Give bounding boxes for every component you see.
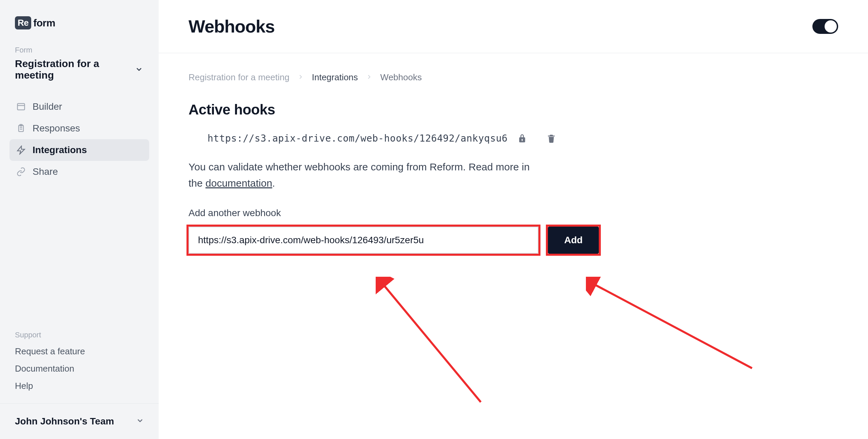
chevron-right-icon [366,73,372,82]
support-link-help[interactable]: Help [15,381,144,391]
clipboard-icon [16,124,26,133]
breadcrumb-mid[interactable]: Integrations [312,72,358,83]
webhook-url-input-wrap [189,227,538,254]
support-link-documentation[interactable]: Documentation [15,363,144,374]
hook-actions [517,133,556,144]
breadcrumb-root[interactable]: Registration for a meeting [189,72,290,83]
active-hooks-title: Active hooks [189,102,838,118]
add-button[interactable]: Add [548,227,599,254]
sidebar-item-label: Builder [33,101,62,112]
validate-suffix: . [272,177,275,189]
trash-icon[interactable] [546,133,556,144]
validate-text: You can validate whether webhooks are co… [189,159,541,191]
add-webhook-row: Add [189,227,838,254]
main: Webhooks Registration for a meeting Inte… [159,0,868,439]
sidebar-form-label: Form [0,46,159,58]
svg-rect-0 [18,104,25,110]
team-name: John Johnson's Team [15,416,114,427]
hook-url: https://s3.apix-drive.com/web-hooks/1264… [208,133,508,144]
support-block: Support Request a feature Documentation … [0,331,159,403]
webhook-url-input[interactable] [189,227,538,254]
sidebar-item-label: Share [33,166,58,177]
bolt-icon [16,145,26,155]
sidebar-item-share[interactable]: Share [9,161,149,183]
chevron-down-icon [134,65,144,74]
logo[interactable]: Reform [0,16,159,46]
support-label: Support [15,331,144,339]
add-button-wrap: Add [548,227,599,254]
content: Registration for a meeting Integrations … [159,53,868,273]
window-icon [16,102,26,111]
support-link-request-feature[interactable]: Request a feature [15,346,144,357]
annotation-arrow [586,277,755,372]
sidebar-item-label: Responses [33,123,80,134]
form-selector[interactable]: Registration for a meeting [0,58,159,96]
webhooks-toggle[interactable] [812,19,838,34]
documentation-link[interactable]: documentation [205,177,272,189]
page-title: Webhooks [189,16,275,37]
svg-line-7 [382,284,481,402]
sidebar-nav: Builder Responses Integrations Share [0,96,159,183]
sidebar-item-builder[interactable]: Builder [9,96,149,118]
sidebar-item-label: Integrations [33,145,87,155]
sidebar: Reform Form Registration for a meeting B… [0,0,159,439]
svg-marker-6 [18,146,25,154]
logo-text: form [33,17,55,29]
sidebar-item-responses[interactable]: Responses [9,118,149,139]
breadcrumb-current: Webhooks [380,72,422,83]
lock-icon[interactable] [517,133,527,144]
form-selector-text: Registration for a meeting [15,58,134,81]
chevron-down-icon [136,417,144,426]
hook-row: https://s3.apix-drive.com/web-hooks/1264… [189,133,838,144]
page-header: Webhooks [159,0,868,53]
breadcrumb: Registration for a meeting Integrations … [189,72,838,83]
logo-badge: Re [15,16,31,29]
chevron-right-icon [298,73,304,82]
toggle-knob [825,20,837,33]
team-selector[interactable]: John Johnson's Team [0,403,159,439]
annotation-arrow [376,277,484,405]
link-icon [16,167,26,176]
add-webhook-label: Add another webhook [189,208,838,218]
sidebar-item-integrations[interactable]: Integrations [9,139,149,161]
svg-line-8 [593,284,752,368]
